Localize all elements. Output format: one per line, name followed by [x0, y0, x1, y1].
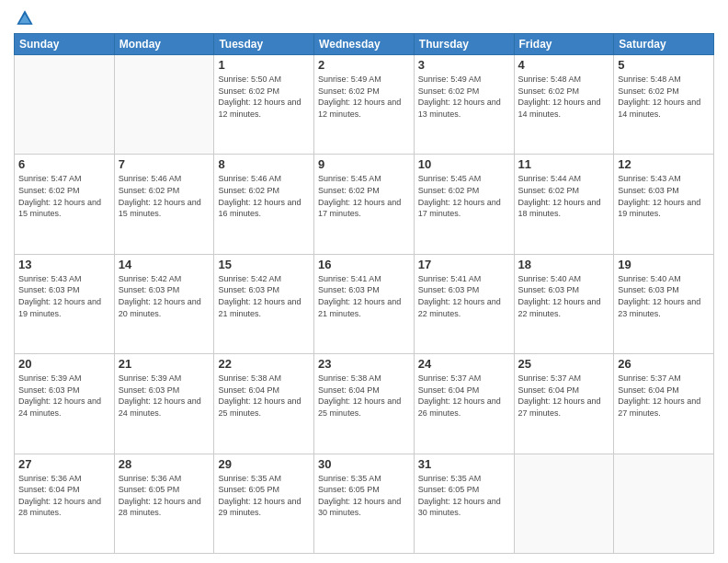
day-info: Sunrise: 5:41 AM Sunset: 6:03 PM Dayligh…: [418, 273, 510, 319]
day-number: 24: [418, 357, 510, 371]
day-number: 17: [418, 258, 510, 271]
day-number: 18: [518, 258, 610, 271]
day-number: 12: [618, 157, 710, 171]
day-info: Sunrise: 5:44 AM Sunset: 6:02 PM Dayligh…: [518, 173, 610, 219]
day-number: 29: [218, 457, 310, 471]
day-number: 9: [318, 157, 410, 171]
table-row: 2Sunrise: 5:49 AM Sunset: 6:02 PM Daylig…: [314, 55, 415, 155]
day-number: 1: [218, 58, 310, 72]
table-row: [514, 454, 614, 553]
day-info: Sunrise: 5:37 AM Sunset: 6:04 PM Dayligh…: [518, 373, 610, 419]
day-info: Sunrise: 5:43 AM Sunset: 6:03 PM Dayligh…: [618, 173, 710, 219]
day-number: 31: [418, 457, 510, 471]
day-number: 7: [119, 157, 210, 171]
weekday-header-row: SundayMondayTuesdayWednesdayThursdayFrid…: [15, 34, 714, 55]
table-row: 26Sunrise: 5:37 AM Sunset: 6:04 PM Dayli…: [614, 354, 714, 454]
day-info: Sunrise: 5:39 AM Sunset: 6:03 PM Dayligh…: [119, 373, 210, 419]
table-row: 31Sunrise: 5:35 AM Sunset: 6:05 PM Dayli…: [414, 454, 514, 553]
day-info: Sunrise: 5:43 AM Sunset: 6:03 PM Dayligh…: [18, 273, 110, 319]
day-info: Sunrise: 5:49 AM Sunset: 6:02 PM Dayligh…: [418, 74, 510, 120]
day-info: Sunrise: 5:40 AM Sunset: 6:03 PM Dayligh…: [618, 273, 710, 319]
day-number: 10: [418, 157, 510, 171]
day-info: Sunrise: 5:36 AM Sunset: 6:04 PM Dayligh…: [18, 473, 110, 519]
calendar-week-4: 20Sunrise: 5:39 AM Sunset: 6:03 PM Dayli…: [15, 354, 714, 454]
table-row: 20Sunrise: 5:39 AM Sunset: 6:03 PM Dayli…: [15, 354, 115, 454]
table-row: 29Sunrise: 5:35 AM Sunset: 6:05 PM Dayli…: [214, 454, 314, 553]
table-row: 13Sunrise: 5:43 AM Sunset: 6:03 PM Dayli…: [15, 254, 115, 353]
day-info: Sunrise: 5:48 AM Sunset: 6:02 PM Dayligh…: [518, 74, 610, 120]
table-row: 30Sunrise: 5:35 AM Sunset: 6:05 PM Dayli…: [314, 454, 415, 553]
table-row: 17Sunrise: 5:41 AM Sunset: 6:03 PM Dayli…: [414, 254, 514, 353]
weekday-header-friday: Friday: [514, 34, 614, 55]
day-number: 26: [618, 357, 710, 371]
table-row: 7Sunrise: 5:46 AM Sunset: 6:02 PM Daylig…: [114, 155, 214, 254]
table-row: 25Sunrise: 5:37 AM Sunset: 6:04 PM Dayli…: [514, 354, 614, 454]
weekday-header-wednesday: Wednesday: [314, 34, 415, 55]
table-row: 15Sunrise: 5:42 AM Sunset: 6:03 PM Dayli…: [214, 254, 314, 353]
logo-icon: [16, 9, 34, 28]
calendar-table: SundayMondayTuesdayWednesdayThursdayFrid…: [14, 33, 714, 554]
day-info: Sunrise: 5:35 AM Sunset: 6:05 PM Dayligh…: [218, 473, 310, 519]
day-info: Sunrise: 5:38 AM Sunset: 6:04 PM Dayligh…: [318, 373, 410, 419]
page: SundayMondayTuesdayWednesdayThursdayFrid…: [0, 0, 728, 563]
table-row: 19Sunrise: 5:40 AM Sunset: 6:03 PM Dayli…: [614, 254, 714, 353]
day-info: Sunrise: 5:36 AM Sunset: 6:05 PM Dayligh…: [119, 473, 210, 519]
table-row: 10Sunrise: 5:45 AM Sunset: 6:02 PM Dayli…: [414, 155, 514, 254]
day-info: Sunrise: 5:50 AM Sunset: 6:02 PM Dayligh…: [218, 74, 310, 120]
calendar-week-1: 1Sunrise: 5:50 AM Sunset: 6:02 PM Daylig…: [15, 55, 714, 155]
day-number: 28: [119, 457, 210, 471]
table-row: 3Sunrise: 5:49 AM Sunset: 6:02 PM Daylig…: [414, 55, 514, 155]
day-number: 8: [218, 157, 310, 171]
table-row: 14Sunrise: 5:42 AM Sunset: 6:03 PM Dayli…: [114, 254, 214, 353]
day-number: 14: [119, 258, 210, 271]
day-number: 30: [318, 457, 410, 471]
calendar-body: 1Sunrise: 5:50 AM Sunset: 6:02 PM Daylig…: [15, 55, 714, 554]
day-info: Sunrise: 5:35 AM Sunset: 6:05 PM Dayligh…: [318, 473, 410, 519]
day-number: 11: [518, 157, 610, 171]
table-row: [614, 454, 714, 553]
day-info: Sunrise: 5:47 AM Sunset: 6:02 PM Dayligh…: [18, 173, 110, 219]
table-row: 11Sunrise: 5:44 AM Sunset: 6:02 PM Dayli…: [514, 155, 614, 254]
day-number: 19: [618, 258, 710, 271]
table-row: 1Sunrise: 5:50 AM Sunset: 6:02 PM Daylig…: [214, 55, 314, 155]
day-info: Sunrise: 5:45 AM Sunset: 6:02 PM Dayligh…: [318, 173, 410, 219]
day-info: Sunrise: 5:37 AM Sunset: 6:04 PM Dayligh…: [618, 373, 710, 419]
day-number: 6: [18, 157, 110, 171]
day-info: Sunrise: 5:48 AM Sunset: 6:02 PM Dayligh…: [618, 74, 710, 120]
day-info: Sunrise: 5:42 AM Sunset: 6:03 PM Dayligh…: [119, 273, 210, 319]
logo: [14, 9, 34, 28]
weekday-header-monday: Monday: [114, 34, 214, 55]
day-number: 20: [18, 357, 110, 371]
day-info: Sunrise: 5:45 AM Sunset: 6:02 PM Dayligh…: [418, 173, 510, 219]
table-row: 16Sunrise: 5:41 AM Sunset: 6:03 PM Dayli…: [314, 254, 415, 353]
table-row: 18Sunrise: 5:40 AM Sunset: 6:03 PM Dayli…: [514, 254, 614, 353]
table-row: 23Sunrise: 5:38 AM Sunset: 6:04 PM Dayli…: [314, 354, 415, 454]
day-number: 2: [318, 58, 410, 72]
weekday-header-thursday: Thursday: [414, 34, 514, 55]
calendar-week-5: 27Sunrise: 5:36 AM Sunset: 6:04 PM Dayli…: [15, 454, 714, 553]
table-row: 24Sunrise: 5:37 AM Sunset: 6:04 PM Dayli…: [414, 354, 514, 454]
weekday-header-tuesday: Tuesday: [214, 34, 314, 55]
calendar-week-2: 6Sunrise: 5:47 AM Sunset: 6:02 PM Daylig…: [15, 155, 714, 254]
day-info: Sunrise: 5:46 AM Sunset: 6:02 PM Dayligh…: [119, 173, 210, 219]
day-info: Sunrise: 5:37 AM Sunset: 6:04 PM Dayligh…: [418, 373, 510, 419]
day-info: Sunrise: 5:38 AM Sunset: 6:04 PM Dayligh…: [218, 373, 310, 419]
table-row: 8Sunrise: 5:46 AM Sunset: 6:02 PM Daylig…: [214, 155, 314, 254]
day-number: 5: [618, 58, 710, 72]
day-number: 23: [318, 357, 410, 371]
table-row: 9Sunrise: 5:45 AM Sunset: 6:02 PM Daylig…: [314, 155, 415, 254]
day-number: 22: [218, 357, 310, 371]
table-row: [114, 55, 214, 155]
table-row: 4Sunrise: 5:48 AM Sunset: 6:02 PM Daylig…: [514, 55, 614, 155]
calendar-week-3: 13Sunrise: 5:43 AM Sunset: 6:03 PM Dayli…: [15, 254, 714, 353]
day-number: 25: [518, 357, 610, 371]
table-row: 6Sunrise: 5:47 AM Sunset: 6:02 PM Daylig…: [15, 155, 115, 254]
day-info: Sunrise: 5:41 AM Sunset: 6:03 PM Dayligh…: [318, 273, 410, 319]
table-row: 27Sunrise: 5:36 AM Sunset: 6:04 PM Dayli…: [15, 454, 115, 553]
table-row: 28Sunrise: 5:36 AM Sunset: 6:05 PM Dayli…: [114, 454, 214, 553]
day-info: Sunrise: 5:35 AM Sunset: 6:05 PM Dayligh…: [418, 473, 510, 519]
day-info: Sunrise: 5:46 AM Sunset: 6:02 PM Dayligh…: [218, 173, 310, 219]
table-row: 21Sunrise: 5:39 AM Sunset: 6:03 PM Dayli…: [114, 354, 214, 454]
day-info: Sunrise: 5:39 AM Sunset: 6:03 PM Dayligh…: [18, 373, 110, 419]
table-row: 5Sunrise: 5:48 AM Sunset: 6:02 PM Daylig…: [614, 55, 714, 155]
